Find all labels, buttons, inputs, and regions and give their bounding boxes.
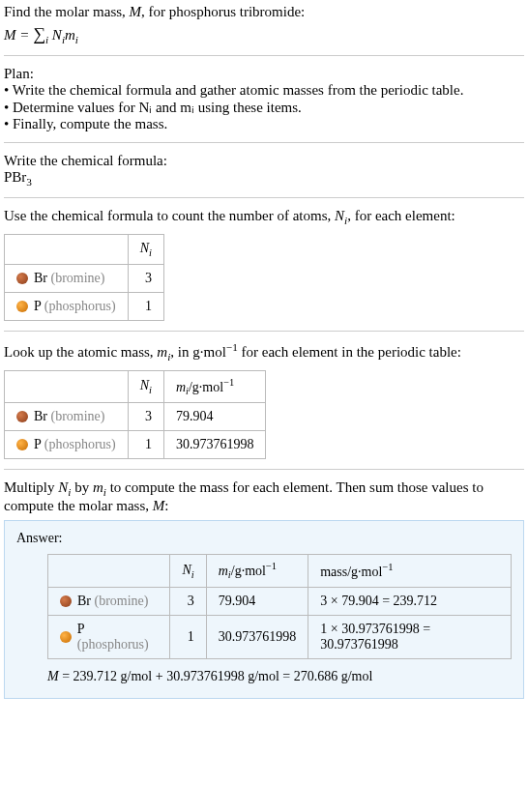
table-row: P (phosphorus) 1 — [5, 292, 164, 320]
count-value: 1 — [128, 292, 163, 320]
answer-table: Ni mi/g·mol−1 mass/g·mol−1 Br (bromine) … — [47, 554, 512, 658]
element-swatch-icon — [16, 273, 28, 284]
plan-item: Determine values for Nᵢ and mᵢ using the… — [4, 99, 524, 116]
symbol-M: M — [47, 669, 59, 683]
answer-box: Answer: Ni mi/g·mol−1 mass/g·mol−1 Br (b… — [4, 520, 524, 698]
computed-mass: 3 × 79.904 = 239.712 — [308, 587, 512, 615]
formula-m: m — [65, 27, 75, 43]
plan-heading: Plan: — [4, 66, 524, 82]
table-row: Br (bromine) 3 79.904 3 × 79.904 = 239.7… — [48, 587, 512, 615]
formula-lhs: M = — [4, 27, 33, 43]
table-row: Br (bromine) 3 — [5, 264, 164, 292]
count-value: 1 — [170, 615, 206, 658]
mult-b: by — [71, 479, 93, 495]
formula-mi: i — [75, 34, 78, 45]
count-text: Use the chemical formula to count the nu… — [4, 208, 524, 226]
divider — [4, 331, 524, 332]
element-swatch-icon — [16, 439, 28, 450]
element-symbol: Br — [77, 594, 91, 608]
symbol-M: M — [130, 4, 142, 19]
table-header-blank — [5, 370, 129, 402]
formula-N: N — [48, 27, 62, 43]
table-header-m: mi/g·mol−1 — [163, 370, 266, 402]
plan-section: Plan: Write the chemical formula and gat… — [4, 66, 524, 132]
answer-inner: Ni mi/g·mol−1 mass/g·mol−1 Br (bromine) … — [16, 554, 512, 683]
answer-final: M = 239.712 g/mol + 30.973761998 g/mol =… — [47, 669, 512, 684]
plan-list: Write the chemical formula and gather at… — [4, 82, 524, 132]
divider — [4, 469, 524, 470]
symbol-m: m — [157, 344, 167, 360]
plan-item: Finally, compute the mass. — [4, 116, 524, 132]
element-cell: P (phosphorus) — [5, 292, 129, 320]
element-cell: Br (bromine) — [5, 264, 129, 292]
table-header-blank — [48, 555, 170, 587]
element-swatch-icon — [60, 631, 72, 643]
table-header-mass: mass/g·mol−1 — [308, 555, 512, 587]
divider — [4, 142, 524, 143]
element-symbol: Br — [34, 271, 47, 285]
element-symbol: P — [77, 622, 84, 636]
mass-text-b: , in g·mol — [170, 344, 226, 360]
intro-line1: Find the molar mass, M, for phosphorus t… — [4, 4, 524, 20]
intro-section: Find the molar mass, M, for phosphorus t… — [4, 4, 524, 45]
multiply-text: Multiply Ni by mi to compute the mass fo… — [4, 479, 524, 514]
chem-formula-section: Write the chemical formula: PBr3 — [4, 153, 524, 188]
count-section: Use the chemical formula to count the nu… — [4, 208, 524, 321]
count-value: 3 — [128, 403, 163, 431]
molar-mass-formula: M = ∑i Nimi — [4, 24, 524, 45]
element-name: (bromine) — [51, 409, 105, 423]
chem-formula-sub: 3 — [26, 176, 32, 188]
mass-value: 30.973761998 — [163, 431, 266, 459]
element-cell: P (phosphorus) — [5, 431, 129, 459]
table-header-row: Ni mi/g·mol−1 — [5, 370, 266, 402]
plan-item: Write the chemical formula and gather at… — [4, 82, 524, 99]
divider — [4, 55, 524, 56]
chem-formula-text: PBr — [4, 169, 26, 185]
symbol-N: N — [335, 208, 344, 223]
answer-label: Answer: — [16, 531, 512, 546]
element-cell: P (phosphorus) — [48, 615, 170, 658]
table-header-row: Ni mi/g·mol−1 mass/g·mol−1 — [48, 555, 512, 587]
table-row: P (phosphorus) 1 30.973761998 — [5, 431, 266, 459]
intro-text: Find the molar mass, — [4, 4, 130, 19]
table-header-n: Ni — [170, 555, 206, 587]
symbol-M: M — [153, 498, 165, 513]
table-header-n: Ni — [128, 370, 163, 402]
element-swatch-icon — [16, 301, 28, 312]
unit-sup: −1 — [226, 341, 238, 353]
final-text: = 239.712 g/mol + 30.973761998 g/mol = 2… — [59, 669, 373, 683]
mass-table: Ni mi/g·mol−1 Br (bromine) 3 79.904 P (p… — [4, 370, 266, 459]
mass-value: 30.973761998 — [206, 615, 308, 658]
symbol-N: N — [58, 479, 68, 495]
count-table: Ni Br (bromine) 3 P (phosphorus) 1 — [4, 234, 164, 321]
element-name: (phosphorus) — [44, 299, 116, 313]
element-name: (phosphorus) — [44, 437, 116, 451]
mass-value: 79.904 — [206, 587, 308, 615]
table-row: P (phosphorus) 1 30.973761998 1 × 30.973… — [48, 615, 512, 658]
table-header-m: mi/g·mol−1 — [206, 555, 308, 587]
count-value: 3 — [128, 264, 163, 292]
element-cell: Br (bromine) — [5, 403, 129, 431]
count-value: 1 — [128, 431, 163, 459]
table-header-blank — [5, 235, 129, 265]
element-symbol: P — [34, 437, 41, 451]
element-name: (bromine) — [95, 594, 149, 608]
table-row: Br (bromine) 3 79.904 — [5, 403, 266, 431]
mass-text-a: Look up the atomic mass, — [4, 344, 157, 360]
count-text-b: , for each element: — [347, 208, 455, 223]
mass-section: Look up the atomic mass, mi, in g·mol−1 … — [4, 341, 524, 459]
count-value: 3 — [170, 587, 206, 615]
chem-formula-heading: Write the chemical formula: — [4, 153, 524, 169]
mult-a: Multiply — [4, 479, 58, 495]
intro-text2: , for phosphorus tribromide: — [141, 4, 305, 19]
computed-mass: 1 × 30.973761998 = 30.973761998 — [308, 615, 512, 658]
table-header-n: Ni — [128, 235, 163, 265]
mult-d: : — [164, 498, 168, 513]
multiply-section: Multiply Ni by mi to compute the mass fo… — [4, 479, 524, 698]
chem-formula: PBr3 — [4, 169, 524, 188]
mass-text-c: for each element in the periodic table: — [238, 344, 461, 360]
element-symbol: Br — [34, 409, 47, 423]
symbol-m: m — [93, 479, 103, 495]
table-header-row: Ni — [5, 235, 164, 265]
element-swatch-icon — [60, 595, 72, 607]
